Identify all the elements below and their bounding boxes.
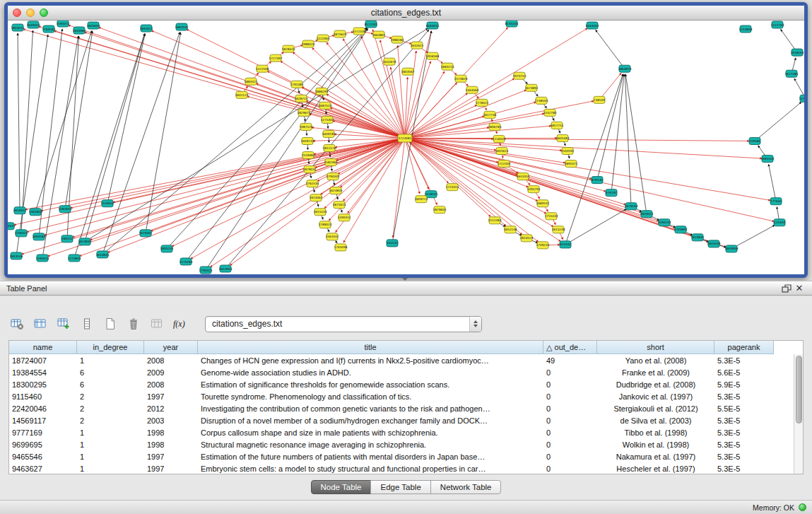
graph-node[interactable]: 1803012 [11, 24, 25, 31]
graph-node[interactable]: 1601624 [495, 148, 509, 155]
graph-node[interactable]: 1624835 [78, 238, 92, 245]
graph-node[interactable]: 1845039 [707, 240, 721, 247]
table-row[interactable]: 2242004622012Investigating the contribut… [9, 402, 794, 414]
show-columns-button[interactable] [32, 315, 49, 332]
graph-node[interactable]: 2526052 [101, 200, 114, 207]
graph-node[interactable]: 1603948 [725, 245, 739, 252]
graph-node[interactable]: 1755430 [545, 213, 558, 220]
graph-node[interactable]: 1722403 [498, 160, 511, 168]
delete-button[interactable] [125, 315, 142, 332]
graph-node[interactable]: 1222508 [256, 65, 269, 72]
table-row[interactable]: 969969511998Structural magnetic resonanc… [9, 438, 794, 450]
graph-node[interactable]: 748509 [594, 96, 605, 103]
graph-node[interactable]: 1789024 [319, 221, 332, 228]
table-row[interactable]: 977716911998Corpus callosum shape and si… [9, 426, 794, 438]
graph-node[interactable]: 1857751 [551, 122, 564, 129]
graph-node[interactable]: 1895371 [565, 160, 578, 168]
graph-node[interactable]: 679197 [606, 189, 617, 197]
graph-node[interactable]: 1627485 [785, 70, 799, 77]
graph-node[interactable]: 1970754 [513, 72, 526, 79]
graph-node[interactable]: 1810523 [520, 235, 534, 242]
graph-node[interactable]: 1762534 [306, 180, 319, 187]
graph-node[interactable]: 1884421 [245, 78, 258, 85]
network-table-selector[interactable]: citations_edges.txt [205, 316, 482, 332]
graph-node[interactable]: 1724081 [398, 134, 412, 142]
column-header-short[interactable]: short [597, 341, 714, 354]
graph-node[interactable]: 1812576 [323, 144, 336, 151]
graph-node[interactable]: 1154808 [739, 25, 753, 33]
graph-node[interactable]: 1463460 [466, 86, 479, 93]
graph-node[interactable]: 1664861 [372, 31, 386, 38]
graph-node[interactable]: 1615240 [314, 209, 327, 216]
table-row[interactable]: 1456911722003Disruption of a novel membe… [9, 414, 794, 426]
graph-node[interactable]: 1581845 [59, 206, 72, 213]
graph-node[interactable]: 1605603 [87, 22, 100, 29]
graph-node[interactable]: 1595072 [57, 21, 70, 27]
graph-node[interactable]: 1601123 [235, 91, 249, 98]
table-mode-button[interactable] [8, 315, 25, 332]
graph-node[interactable]: 1572430 [353, 28, 366, 35]
graph-node[interactable]: 1570283 [180, 258, 193, 265]
graph-node[interactable]: 1495794 [527, 186, 541, 193]
graph-node[interactable]: 1609724 [415, 196, 428, 203]
graph-node[interactable]: 1986184 [391, 36, 404, 43]
graph-node[interactable]: 8135204 [505, 21, 519, 27]
graph-node[interactable]: 1864879 [618, 65, 632, 72]
graph-node[interactable]: 1810345 [8, 223, 16, 230]
tab-node-table[interactable]: Node Table [311, 480, 372, 494]
graph-node[interactable]: 1216049 [493, 135, 506, 142]
graph-node[interactable]: 2626052 [13, 207, 27, 214]
graph-node[interactable]: 350545 [387, 240, 398, 247]
graph-node[interactable]: 1652148 [504, 226, 517, 233]
graph-node[interactable]: 1709245 [536, 242, 550, 249]
graph-node[interactable]: 1763498 [334, 244, 348, 251]
graph-node[interactable]: 1609781 [322, 130, 336, 137]
graph-node[interactable]: 1590324 [36, 255, 49, 262]
graph-node[interactable]: 1987520 [300, 123, 313, 130]
graph-node[interactable]: 1617736 [483, 111, 497, 118]
graph-node[interactable]: 879130 [592, 177, 603, 184]
graph-node[interactable]: 1590234 [658, 219, 671, 226]
graph-node[interactable]: 1673892 [525, 84, 539, 91]
graph-node[interactable]: 1760582 [42, 25, 56, 33]
graph-node[interactable]: 1687520 [319, 102, 332, 109]
graph-node[interactable]: 1574829 [454, 75, 468, 82]
graph-node[interactable]: 1275302 [321, 116, 334, 123]
graph-node[interactable]: 590512 [61, 235, 73, 243]
graph-node[interactable]: 1875620 [334, 30, 347, 37]
graph-node[interactable]: 1532780 [543, 109, 557, 116]
column-header-out_degree[interactable]: △ out_de… [543, 341, 597, 354]
graph-node[interactable]: 1222063 [317, 35, 330, 42]
graph-node[interactable]: 1918504 [791, 49, 804, 56]
graph-node[interactable]: 121603 [774, 219, 785, 226]
graph-node[interactable]: 1778421 [476, 99, 489, 106]
table-row[interactable]: 1830029562008Estimation of significance … [9, 378, 794, 390]
zoom-window-button[interactable] [40, 8, 48, 17]
graph-node[interactable]: 1624803 [329, 187, 343, 194]
graph-node[interactable]: 8183045 [426, 22, 440, 29]
column-header-year[interactable]: year [144, 341, 198, 354]
graph-node[interactable]: 1687035 [175, 23, 189, 30]
graph-node[interactable]: 1803546 [10, 252, 23, 259]
graph-node[interactable]: 1649353 [27, 21, 40, 28]
network-canvas[interactable]: 1803012164935317605821595072183098216056… [8, 21, 804, 274]
graph-node[interactable]: 1830982 [73, 27, 86, 34]
graph-node[interactable]: 1526982 [302, 152, 315, 159]
column-header-name[interactable]: name [9, 341, 77, 354]
graph-node[interactable]: 1690583 [33, 233, 46, 240]
graph-node[interactable]: 1803567 [401, 68, 415, 75]
graph-node[interactable]: 924502 [560, 241, 571, 248]
close-panel-icon[interactable]: ✕ [793, 283, 806, 294]
table-row[interactable]: 1938455462009Genome-wide association stu… [9, 366, 794, 378]
graph-node[interactable]: 1790325 [199, 267, 213, 274]
graph-node[interactable]: 1620845 [691, 234, 705, 241]
graph-node[interactable]: 1886294 [315, 88, 329, 95]
import-table-button[interactable] [148, 315, 165, 332]
graph-node[interactable]: 1988420 [302, 40, 315, 47]
graph-node[interactable]: 1632621 [411, 42, 424, 49]
graph-node[interactable]: 1829605 [433, 206, 447, 214]
new-document-button[interactable] [102, 315, 119, 332]
table-vertical-scrollbar[interactable] [794, 354, 803, 474]
tab-edge-table[interactable]: Edge Table [370, 480, 430, 494]
graph-node[interactable]: 1628723 [295, 95, 308, 102]
